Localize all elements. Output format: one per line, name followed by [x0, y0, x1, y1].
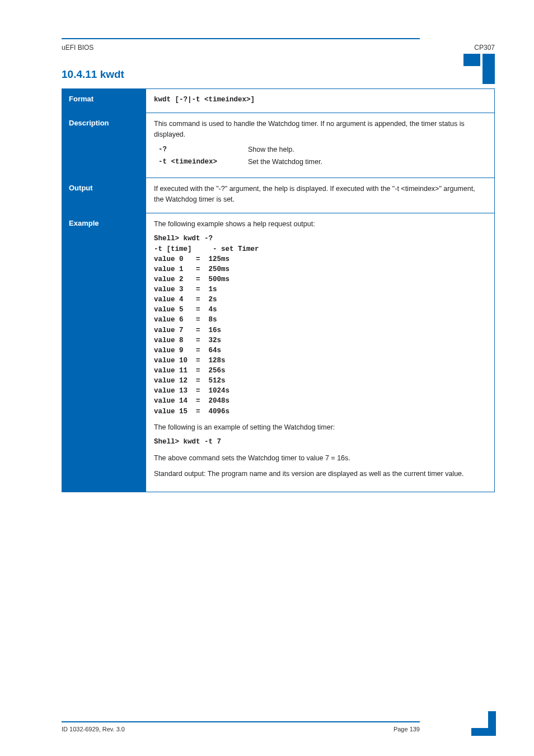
content-format: kwdt [-?|-t <timeindex>] [146, 89, 494, 113]
section-title: 10.4.11 kwdt [62, 68, 495, 81]
label-description: Description [62, 113, 146, 178]
page-corner-icon [463, 54, 495, 84]
label-example: Example [62, 213, 146, 492]
content-description: This command is used to handle the Watch… [146, 113, 494, 178]
svg-rect-0 [463, 54, 480, 66]
svg-rect-1 [483, 54, 495, 84]
footer-left: ID 1032-6929, Rev. 3.0 [62, 726, 125, 732]
content-output: If executed with the "-?" argument, the … [146, 178, 494, 213]
format-code: kwdt [-?|-t <timeindex>] [154, 95, 486, 105]
option-code: -? [158, 144, 242, 155]
example-set-intro: The following is an example of setting t… [154, 422, 486, 433]
row-description: Description This command is used to hand… [62, 113, 494, 178]
svg-rect-3 [471, 728, 496, 736]
list-item: -t <timeindex> Set the Watchdog timer. [158, 157, 486, 167]
example-std-note: Standard output: The program name and it… [154, 469, 486, 479]
page-header: uEFI BIOS CP307 [62, 44, 495, 52]
content-example: The following example shows a help reque… [146, 213, 494, 492]
option-text: Set the Watchdog timer. [248, 157, 322, 167]
description-intro: This command is used to handle the Watch… [154, 119, 486, 140]
header-left: uEFI BIOS [62, 44, 93, 52]
row-example: Example The following example shows a he… [62, 213, 494, 492]
header-right: CP307 [474, 44, 495, 52]
example-set-note: The above command sets the Watchdog time… [154, 453, 486, 464]
label-format: Format [62, 89, 146, 113]
command-table: Format kwdt [-?|-t <timeindex>] Descript… [62, 88, 495, 492]
top-rule [62, 38, 420, 39]
svg-rect-2 [488, 711, 496, 728]
list-item: -? Show the help. [158, 144, 486, 155]
description-list: -? Show the help. -t <timeindex> Set the… [158, 144, 486, 168]
label-output: Output [62, 178, 146, 213]
row-format: Format kwdt [-?|-t <timeindex>] [62, 89, 494, 113]
footer-right: Page 139 [394, 726, 420, 732]
footer-corner-icon [471, 711, 496, 736]
example-intro: The following example shows a help reque… [154, 219, 486, 230]
footer-rule [62, 721, 420, 722]
example-set-block: Shell> kwdt -t 7 [154, 437, 486, 447]
row-output: Output If executed with the "-?" argumen… [62, 178, 494, 213]
option-code: -t <timeindex> [158, 157, 242, 167]
page-footer: ID 1032-6929, Rev. 3.0 Page 139 [62, 721, 495, 732]
example-help-block: Shell> kwdt -? -t [time] - set Timer val… [154, 234, 486, 416]
option-text: Show the help. [248, 144, 294, 155]
